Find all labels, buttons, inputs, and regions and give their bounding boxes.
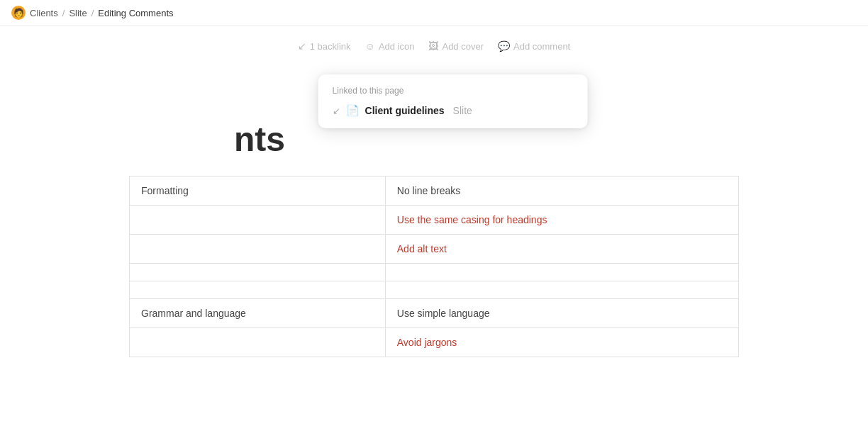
breadcrumb-sep-1: / [62,8,65,18]
add-comment-label: Add comment [513,41,570,52]
add-cover-label: Add cover [442,41,484,52]
document-icon: 📄 [346,104,360,117]
table-row: Add alt text [130,235,739,264]
content-table: FormattingNo line breaksUse the same cas… [129,176,739,357]
table-cell-link[interactable]: Add alt text [397,243,447,254]
backlink-arrow-icon: ↙ [333,106,340,116]
breadcrumb-sep-2: / [91,8,94,18]
emoji-icon: ☺ [365,40,375,52]
table-cell-col2 [385,264,738,281]
add-cover-button[interactable]: 🖼 Add cover [428,40,484,52]
page-title: nts [234,120,285,159]
comment-icon: 💬 [498,40,510,52]
table-row [130,281,739,299]
backlink-popup-title: Linked to this page [333,86,574,96]
table-cell-col2[interactable]: Avoid jargons [385,328,738,357]
breadcrumb-current: Editing Comments [98,8,173,18]
backlink-label: 1 backlink [310,41,351,52]
add-icon-label: Add icon [379,41,415,52]
backlink-workspace: Slite [453,105,472,116]
table-cell-col1 [130,206,386,235]
backlink-popup: Linked to this page ↙ 📄 Client guideline… [318,74,588,128]
table-cell-col2 [385,281,738,299]
table-row [130,264,739,281]
breadcrumb-clients[interactable]: Clients [30,8,58,18]
breadcrumb-slite[interactable]: Slite [69,8,87,18]
table-row: Grammar and languageUse simple language [130,299,739,328]
table-cell-link[interactable]: Use the same casing for headings [397,214,547,225]
table-cell-col2[interactable]: Use the same casing for headings [385,206,738,235]
breadcrumb: 🧑 Clients / Slite / Editing Comments [0,0,868,26]
table-cell-col2[interactable]: Add alt text [385,235,738,264]
main-content: ↙ 1 backlink ☺ Add icon 🖼 Add cover 💬 Ad… [0,26,868,371]
image-icon: 🖼 [428,40,438,52]
table-cell-col1: Grammar and language [130,299,386,328]
backlink-icon: ↙ [298,40,306,52]
page-toolbar: ↙ 1 backlink ☺ Add icon 🖼 Add cover 💬 Ad… [298,40,570,52]
table-cell-link[interactable]: Avoid jargons [397,337,457,348]
table-cell-col2: Use simple language [385,299,738,328]
user-avatar: 🧑 [11,6,26,20]
table-row: FormattingNo line breaks [130,177,739,206]
add-icon-button[interactable]: ☺ Add icon [365,40,415,52]
table-cell-col2: No line breaks [385,177,738,206]
backlink-button[interactable]: ↙ 1 backlink [298,40,351,52]
table-cell-col1 [130,235,386,264]
table-cell-col1: Formatting [130,177,386,206]
table-row: Use the same casing for headings [130,206,739,235]
table-row: Avoid jargons [130,328,739,357]
backlink-list-item[interactable]: ↙ 📄 Client guidelines Slite [333,104,574,117]
add-comment-button[interactable]: 💬 Add comment [498,40,570,52]
table-cell-col1 [130,328,386,357]
table-cell-col1 [130,264,386,281]
table-cell-col1 [130,281,386,299]
backlink-doc-name: Client guidelines [365,105,445,116]
